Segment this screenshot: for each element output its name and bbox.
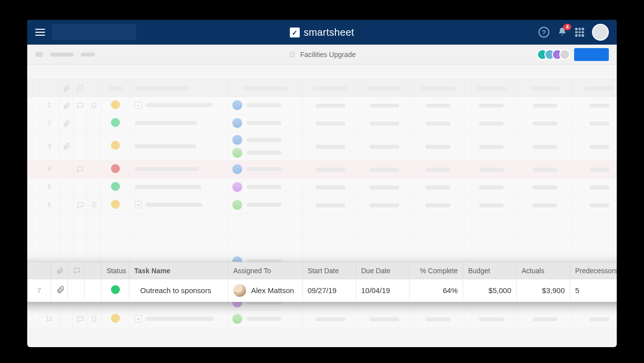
assignee-name: Alex Mattson <box>251 286 294 295</box>
share-button[interactable] <box>574 48 609 61</box>
sheet-grid[interactable]: 1−23456+91011+ <box>27 64 617 328</box>
assignee-avatar <box>233 284 246 297</box>
col-budget[interactable]: Budget <box>463 262 517 279</box>
cell-assignee[interactable]: Alex Mattson <box>233 284 297 297</box>
cell-start[interactable]: 09/27/19 <box>303 279 356 302</box>
table-row[interactable]: 7 Outreach to sponsors Alex Mattson <box>27 279 617 302</box>
sheet-title[interactable]: Facilities Upgrade <box>300 51 356 59</box>
attachment-icon <box>62 84 70 92</box>
cell-pred[interactable]: 5 <box>570 279 617 302</box>
toolbar: Facilities Upgrade <box>27 45 617 64</box>
col-due[interactable]: Due Date <box>356 262 410 279</box>
attachment-icon[interactable] <box>56 267 64 275</box>
toolbar-placeholder <box>50 53 74 57</box>
col-pred[interactable]: Predecessors <box>570 262 617 279</box>
toolbar-placeholder <box>35 52 43 57</box>
cell-pct[interactable]: 64% <box>410 279 463 302</box>
cell-budget[interactable]: $5,000 <box>463 279 517 302</box>
col-task[interactable]: Task Name <box>129 262 228 279</box>
col-actuals[interactable]: Actuals <box>517 262 570 279</box>
comment-icon <box>76 84 84 92</box>
logo-mark-icon: ✓ <box>290 27 300 37</box>
notifications-badge: 4 <box>563 24 571 30</box>
col-assigned[interactable]: Assigned To <box>228 262 303 279</box>
apps-icon[interactable] <box>575 28 584 37</box>
highlighted-row: Status Task Name Assigned To Start Date … <box>27 262 617 302</box>
column-header-row: Status Task Name Assigned To Start Date … <box>27 262 617 279</box>
col-status[interactable]: Status <box>102 262 129 279</box>
brand-name: smartsheet <box>304 27 354 38</box>
status-indicator <box>111 285 120 294</box>
topbar: ✓ smartsheet ? 4 <box>27 20 617 45</box>
workspace-title-placeholder <box>52 24 136 40</box>
cell-task[interactable]: Outreach to sponsors <box>129 279 228 302</box>
brand-logo: ✓ smartsheet <box>290 27 354 38</box>
menu-icon[interactable] <box>35 29 45 36</box>
toolbar-placeholder <box>81 53 95 57</box>
cell-actuals[interactable]: $3,900 <box>517 279 570 302</box>
star-icon[interactable] <box>288 51 296 59</box>
comment-icon[interactable] <box>73 267 81 275</box>
col-pct[interactable]: % Complete <box>410 262 463 279</box>
user-avatar[interactable] <box>592 24 609 41</box>
attachment-icon[interactable] <box>51 279 68 302</box>
app-window: ✓ smartsheet ? 4 Faciliti <box>27 20 617 347</box>
cell-due[interactable]: 10/04/19 <box>356 279 410 302</box>
help-icon[interactable]: ? <box>538 27 549 38</box>
col-start[interactable]: Start Date <box>303 262 356 279</box>
notifications-icon[interactable]: 4 <box>557 27 567 38</box>
row-number: 7 <box>28 279 51 302</box>
collaborator-avatars[interactable] <box>540 49 570 60</box>
